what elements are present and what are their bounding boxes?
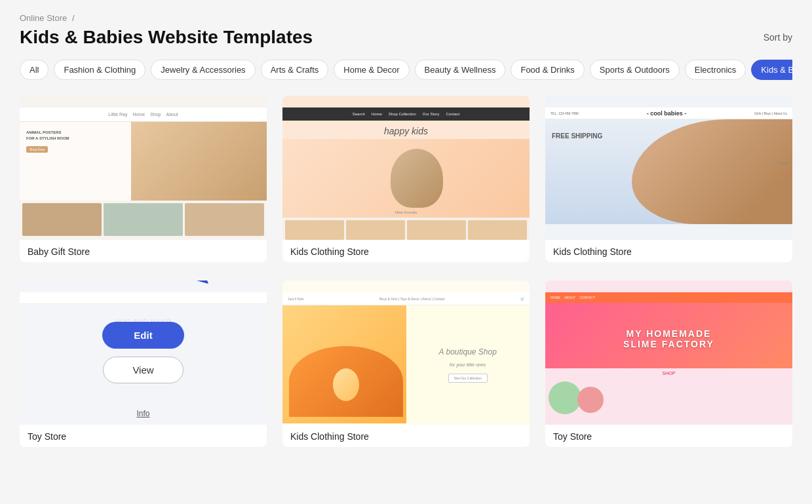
template-card-kids-clothing-1[interactable]: SearchHomeShop CollectionOur StoryContac… <box>282 96 530 262</box>
template-card-toy-store-2[interactable]: HOMEABOUTCONTACT MY HOMEMADESLIME FACTOR… <box>545 281 792 447</box>
card-image-kids-3: Just 4 Kids Boys & Girls | Toys & Decor … <box>282 281 530 425</box>
filter-beauty[interactable]: Beauty & Wellness <box>415 60 506 80</box>
mock-happy-hero: New Arrivals <box>282 139 530 218</box>
card-image-toy-1: HUG AND HAND Edit View Info <box>20 281 267 425</box>
card-image-baby-gift: Little Ray HomeShopAbout ANIMAL POSTERSF… <box>20 96 267 240</box>
mock-slime-bottom <box>545 378 792 417</box>
filter-all[interactable]: All <box>20 60 48 80</box>
filter-jewelry[interactable]: Jewelry & Accessories <box>151 60 255 80</box>
breadcrumb-parent[interactable]: Online Store <box>20 13 67 23</box>
filter-electronics[interactable]: Electronics <box>685 60 746 80</box>
page-title: Kids & Babies Website Templates <box>20 27 313 48</box>
filter-bar: All Fashion & Clothing Jewelry & Accesso… <box>20 60 792 80</box>
template-card-baby-gift[interactable]: Little Ray HomeShopAbout ANIMAL POSTERSF… <box>20 96 267 262</box>
mock-nav: Little Ray HomeShopAbout <box>20 107 267 122</box>
filter-food[interactable]: Food & Drinks <box>511 60 584 80</box>
filter-sports[interactable]: Sports & Outdoors <box>590 60 680 80</box>
breadcrumb-separator: / <box>72 13 75 23</box>
template-card-kids-clothing-2[interactable]: TEL: 123-456-7890 - cool babies - Girls … <box>545 96 792 262</box>
mock-boutique-hero: A boutique Shopfor your little ones See … <box>282 305 530 423</box>
template-card-toy-store-1[interactable]: HUG AND HAND Edit View Info Toy Store <box>20 281 267 447</box>
slime-blob-2 <box>577 387 604 413</box>
slime-blob-1 <box>549 381 581 414</box>
info-link[interactable]: Info <box>136 409 149 418</box>
filter-home[interactable]: Home & Decor <box>334 60 409 80</box>
mock-baby-gift: Little Ray HomeShopAbout ANIMAL POSTERSF… <box>20 96 267 240</box>
breadcrumb: Online Store / <box>20 13 792 23</box>
view-button[interactable]: View <box>103 357 183 383</box>
mock-thumb-3 <box>185 203 264 236</box>
card-title-toy-2: Toy Store <box>545 425 792 447</box>
filter-kids[interactable]: Kids & Babies <box>751 60 792 80</box>
mock-cool-hero: FREE SHIPPING ← GIRL <box>545 119 792 224</box>
mock-happy-nav: SearchHomeShop CollectionOur StoryContac… <box>282 107 530 121</box>
card-image-kids-2: TEL: 123-456-7890 - cool babies - Girls … <box>545 96 792 240</box>
mock-happy-kids: SearchHomeShop CollectionOur StoryContac… <box>282 96 530 240</box>
mock-happy-item-2 <box>346 220 405 240</box>
card-overlay: Edit View <box>20 281 267 425</box>
mock-boutique-text: A boutique Shopfor your little ones See … <box>406 305 530 423</box>
mock-boutique-btn: See Our Collection <box>448 374 488 383</box>
filter-arts[interactable]: Arts & Crafts <box>261 60 329 80</box>
card-image-toy-2: HOMEABOUTCONTACT MY HOMEMADESLIME FACTOR… <box>545 281 792 425</box>
page-header: Kids & Babies Website Templates Sort by <box>20 27 792 48</box>
mock-img <box>131 122 267 201</box>
card-title-toy-1: Toy Store <box>20 425 267 447</box>
mock-boutique-script: A boutique Shopfor your little ones <box>439 346 497 370</box>
mock-thumb-1 <box>22 203 102 236</box>
mock-slime-title: MY HOMEMADESLIME FACTORY <box>545 303 792 368</box>
mock-happy-item-4 <box>468 220 527 240</box>
card-image-kids-1: SearchHomeShop CollectionOur StoryContac… <box>282 96 530 240</box>
card-title-kids-3: Kids Clothing Store <box>282 425 530 447</box>
mock-bottom <box>20 201 267 239</box>
mock-happy-item-1 <box>285 220 344 240</box>
edit-button[interactable]: Edit <box>102 322 184 349</box>
templates-grid: Little Ray HomeShopAbout ANIMAL POSTERSF… <box>20 96 792 447</box>
card-title-kids-1: Kids Clothing Store <box>282 240 530 262</box>
mock-happy-title: happy kids <box>282 121 530 139</box>
mock-boutique-nav: Just 4 Kids Boys & Girls | Toys & Decor … <box>282 292 530 305</box>
card-title-baby-gift: Baby Gift Store <box>20 240 267 262</box>
mock-slime-nav: HOMEABOUTCONTACT <box>545 292 792 303</box>
page-container: Online Store / Kids & Babies Website Tem… <box>0 0 812 460</box>
mock-hero: ANIMAL POSTERSFOR A STYLISH ROOM Shop No… <box>20 122 267 201</box>
mock-slime: HOMEABOUTCONTACT MY HOMEMADESLIME FACTOR… <box>545 281 792 425</box>
sort-label[interactable]: Sort by <box>764 32 792 43</box>
mock-happy-item-3 <box>407 220 466 240</box>
mock-cool-top: TEL: 123-456-7890 - cool babies - Girls … <box>545 107 792 119</box>
mock-boutique: Just 4 Kids Boys & Girls | Toys & Decor … <box>282 281 530 425</box>
mock-cool-babies: TEL: 123-456-7890 - cool babies - Girls … <box>545 96 792 240</box>
card-title-kids-2: Kids Clothing Store <box>545 240 792 262</box>
mock-happy-bottom <box>282 218 530 240</box>
mock-boutique-img <box>282 305 406 423</box>
filter-fashion[interactable]: Fashion & Clothing <box>54 60 145 80</box>
template-card-kids-clothing-3[interactable]: Just 4 Kids Boys & Girls | Toys & Decor … <box>282 281 530 447</box>
mock-text: ANIMAL POSTERSFOR A STYLISH ROOM Shop No… <box>20 122 131 201</box>
mock-thumb-2 <box>104 203 183 236</box>
